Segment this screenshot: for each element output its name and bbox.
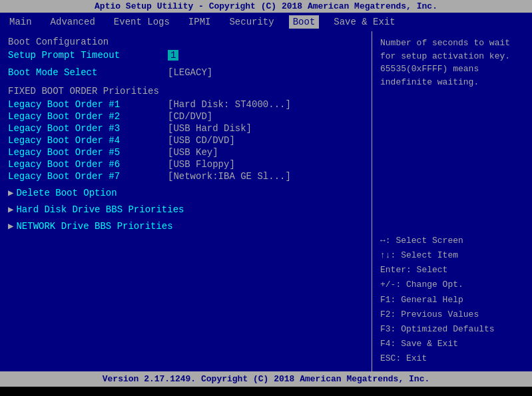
- key-help-item-0: ↔: Select Screen: [380, 234, 524, 248]
- boot-order-value-4[interactable]: [USB CD/DVD]: [168, 135, 235, 146]
- boot-order-value-1[interactable]: [Hard Disk: ST4000...]: [168, 99, 291, 110]
- key-help-item-8: ESC: Exit: [380, 351, 524, 366]
- menu-item-advanced[interactable]: Advanced: [47, 15, 99, 29]
- boot-mode-row: Boot Mode Select [LEGACY]: [8, 67, 364, 78]
- menu-item-security[interactable]: Security: [225, 15, 278, 29]
- submenu-label-network-bbs: NETWORK Drive BBS Priorities: [16, 221, 172, 232]
- setup-prompt-label: Setup Prompt Timeout: [8, 50, 168, 61]
- boot-order-row-7: Legacy Boot Order #7[Network:IBA GE Sl..…: [8, 171, 364, 182]
- submenu-arrow-network-bbs: ▶: [8, 220, 13, 232]
- boot-order-label-5: Legacy Boot Order #5: [8, 147, 168, 158]
- menu-item-event-logs[interactable]: Event Logs: [110, 15, 174, 29]
- main-content: Boot Configuration Setup Prompt Timeout …: [0, 31, 532, 371]
- boot-order-value-6[interactable]: [USB Floppy]: [168, 159, 235, 170]
- menu-bar: MainAdvancedEvent LogsIPMISecurityBootSa…: [0, 13, 532, 31]
- boot-order-label-7: Legacy Boot Order #7: [8, 171, 168, 182]
- boot-mode-label: Boot Mode Select: [8, 67, 168, 78]
- setup-prompt-value[interactable]: 1: [168, 50, 178, 61]
- boot-order-row-6: Legacy Boot Order #6[USB Floppy]: [8, 159, 364, 170]
- boot-order-row-1: Legacy Boot Order #1[Hard Disk: ST4000..…: [8, 99, 364, 110]
- boot-order-value-3[interactable]: [USB Hard Disk]: [168, 123, 252, 134]
- boot-order-row-4: Legacy Boot Order #4[USB CD/DVD]: [8, 135, 364, 146]
- submenu-delete-boot[interactable]: ▶ Delete Boot Option: [8, 187, 364, 198]
- menu-item-save-exit[interactable]: Save & Exit: [330, 15, 399, 29]
- submenu-label-hdd-bbs: Hard Disk Drive BBS Priorities: [16, 204, 184, 215]
- footer: Version 2.17.1249. Copyright (C) 2018 Am…: [0, 371, 532, 387]
- key-help-item-4: F1: General Help: [380, 293, 524, 307]
- boot-order-value-2[interactable]: [CD/DVD]: [168, 111, 212, 122]
- submenus: ▶ Delete Boot Option▶ Hard Disk Drive BB…: [8, 187, 364, 232]
- submenu-hdd-bbs[interactable]: ▶ Hard Disk Drive BBS Priorities: [8, 204, 364, 215]
- boot-order-label-4: Legacy Boot Order #4: [8, 135, 168, 146]
- left-panel: Boot Configuration Setup Prompt Timeout …: [0, 31, 372, 371]
- menu-item-ipmi[interactable]: IPMI: [184, 15, 215, 29]
- boot-order-label-3: Legacy Boot Order #3: [8, 123, 168, 134]
- footer-text: Version 2.17.1249. Copyright (C) 2018 Am…: [103, 374, 429, 384]
- boot-orders: Legacy Boot Order #1[Hard Disk: ST4000..…: [8, 99, 364, 182]
- key-help-item-6: F3: Optimized Defaults: [380, 322, 524, 337]
- menu-item-main[interactable]: Main: [5, 15, 36, 29]
- boot-order-label-2: Legacy Boot Order #2: [8, 111, 168, 122]
- title-bar: Aptio Setup Utility - Copyright (C) 2018…: [0, 0, 532, 13]
- section-title: Boot Configuration: [8, 37, 364, 47]
- key-help-item-7: F4: Save & Exit: [380, 337, 524, 351]
- submenu-arrow-hdd-bbs: ▶: [8, 204, 13, 215]
- submenu-label-delete-boot: Delete Boot Option: [16, 188, 117, 198]
- boot-order-row-5: Legacy Boot Order #5[USB Key]: [8, 147, 364, 158]
- key-help: ↔: Select Screen↑↓: Select ItemEnter: Se…: [380, 234, 524, 366]
- boot-order-label-6: Legacy Boot Order #6: [8, 159, 168, 170]
- boot-order-value-5[interactable]: [USB Key]: [168, 147, 218, 158]
- key-help-item-3: +/-: Change Opt.: [380, 278, 524, 292]
- right-panel: Number of seconds to wait for setup acti…: [372, 31, 532, 371]
- fixed-boot-title: FIXED BOOT ORDER Priorities: [8, 86, 364, 97]
- boot-order-value-7[interactable]: [Network:IBA GE Sl...]: [168, 171, 291, 182]
- boot-order-row-2: Legacy Boot Order #2[CD/DVD]: [8, 111, 364, 122]
- help-text: Number of seconds to wait for setup acti…: [380, 37, 524, 89]
- title-text: Aptio Setup Utility - Copyright (C) 2018…: [95, 1, 437, 11]
- boot-mode-value[interactable]: [LEGACY]: [168, 67, 212, 78]
- boot-order-row-3: Legacy Boot Order #3[USB Hard Disk]: [8, 123, 364, 134]
- key-help-item-5: F2: Previous Values: [380, 307, 524, 322]
- menu-item-boot[interactable]: Boot: [289, 15, 320, 29]
- submenu-arrow-delete-boot: ▶: [8, 187, 13, 198]
- setup-prompt-row: Setup Prompt Timeout 1: [8, 50, 364, 61]
- boot-order-label-1: Legacy Boot Order #1: [8, 99, 168, 110]
- submenu-network-bbs[interactable]: ▶ NETWORK Drive BBS Priorities: [8, 220, 364, 232]
- key-help-item-1: ↑↓: Select Item: [380, 248, 524, 263]
- key-help-item-2: Enter: Select: [380, 263, 524, 278]
